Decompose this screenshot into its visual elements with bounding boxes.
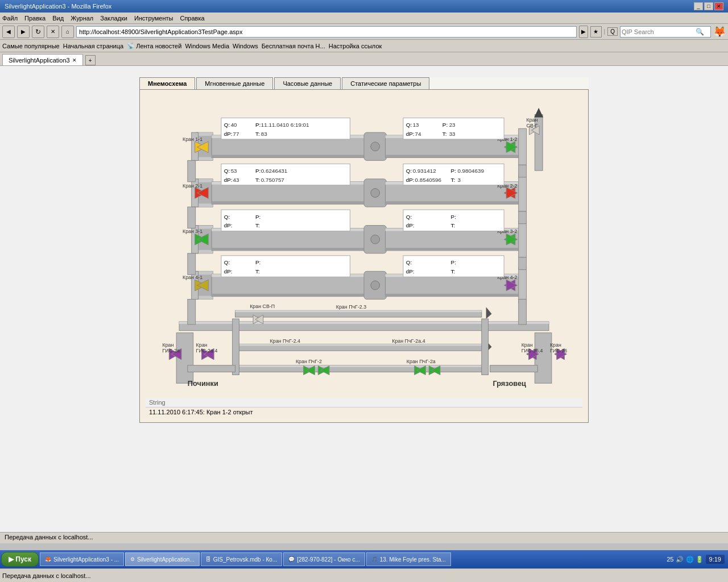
taskbar: ▶ Пуск 🦊 SilverlightApplication3 - ... ⚙… bbox=[0, 550, 728, 568]
browser-tab[interactable]: SilverlightApplication3 ✕ bbox=[2, 54, 83, 65]
svg-rect-50 bbox=[385, 294, 519, 297]
tab-instant-data[interactable]: Мгновенные данные bbox=[196, 77, 273, 89]
bookmark-popular[interactable]: Самые популярные bbox=[2, 43, 60, 49]
taskbar-item-2[interactable]: 🗄 GIS_Petrovsk.mdb - Ко... bbox=[201, 552, 283, 566]
svg-text:Кран: Кран bbox=[550, 342, 561, 348]
svg-text:P:: P: bbox=[451, 168, 456, 174]
taskbar-item-3[interactable]: 💬 [282-970-822] - Окно с... bbox=[283, 552, 365, 566]
menu-file[interactable]: Файл bbox=[2, 15, 18, 22]
svg-text:Кран: Кран bbox=[522, 342, 533, 348]
home-button[interactable]: ⌂ bbox=[61, 26, 74, 38]
start-button[interactable]: ▶ Пуск bbox=[1, 552, 39, 567]
refresh-button[interactable]: ↻ bbox=[32, 26, 44, 38]
tray-num: 25 bbox=[667, 556, 673, 563]
svg-text:T:: T: bbox=[255, 223, 260, 229]
svg-text:Кран ПчГ-2: Кран ПчГ-2 bbox=[296, 359, 322, 364]
bookmark-windows[interactable]: Windows bbox=[233, 43, 258, 49]
taskbar-item-4[interactable]: 🎵 13. Mike Foyle pres. Sta... bbox=[366, 552, 451, 566]
svg-text:Кран ПчГ-2а.4: Кран ПчГ-2а.4 bbox=[392, 338, 425, 344]
svg-rect-57 bbox=[519, 211, 527, 224]
transfer-text: Передача данных с localhost... bbox=[5, 534, 93, 541]
log-entry: 11.11.2010 6:17:45: Кран 1-2 открыт bbox=[146, 408, 582, 417]
bookmark-links[interactable]: Настройка ссылок bbox=[329, 43, 382, 49]
bookmark-mail[interactable]: Бесплатная почта Н... bbox=[262, 43, 325, 49]
menu-tools[interactable]: Инструменты bbox=[134, 15, 173, 22]
diagram-area: Кран 1-1 Кран 2-1 Кран 3-1 Кран 4-1 Кран… bbox=[139, 90, 589, 423]
svg-text:Q:: Q: bbox=[224, 122, 230, 128]
new-tab-button[interactable]: + bbox=[85, 55, 96, 65]
address-input[interactable] bbox=[76, 26, 577, 38]
go-button[interactable]: ▶ bbox=[579, 26, 588, 38]
svg-text:СВ-Г: СВ-Г bbox=[527, 123, 538, 128]
svg-rect-39 bbox=[519, 221, 527, 257]
tab-static-params[interactable]: Статические параметры bbox=[342, 77, 429, 89]
svg-text:dP:: dP: bbox=[224, 131, 233, 137]
svg-text:53: 53 bbox=[231, 168, 237, 174]
minimize-button[interactable]: _ bbox=[694, 2, 703, 10]
svg-text:dP:: dP: bbox=[406, 223, 415, 229]
app-tabs: Мнемосхема Мгновенные данные Часовые дан… bbox=[139, 77, 589, 90]
svg-rect-141 bbox=[221, 118, 350, 139]
toolbar: ◀ ▶ ↻ ✕ ⌂ ▶ ★ | Q 🔍 🦊 bbox=[0, 24, 728, 40]
svg-text:ГИС-2а: ГИС-2а bbox=[163, 348, 180, 354]
svg-text:Кран: Кран bbox=[163, 342, 174, 348]
svg-text:83: 83 bbox=[261, 131, 267, 137]
svg-point-34 bbox=[371, 235, 380, 244]
browser-content: Мнемосхема Мгновенные данные Часовые дан… bbox=[0, 66, 728, 532]
svg-text:77: 77 bbox=[233, 131, 239, 137]
star-icon: ★ bbox=[590, 26, 602, 38]
menu-view[interactable]: Вид bbox=[52, 15, 64, 22]
tab-bar: SilverlightApplication3 ✕ + bbox=[0, 52, 728, 66]
window-controls: _ □ ✕ bbox=[694, 2, 723, 10]
svg-rect-69 bbox=[235, 344, 482, 346]
tab-mnemosxema[interactable]: Мнемосхема bbox=[139, 77, 195, 89]
svg-text:33: 33 bbox=[449, 131, 456, 137]
svg-text:0.8540596: 0.8540596 bbox=[415, 177, 442, 183]
transfer-status: Передача данных с localhost... bbox=[0, 532, 728, 543]
svg-text:dP:: dP: bbox=[224, 268, 233, 275]
bookmark-home[interactable]: Начальная страница bbox=[63, 43, 123, 49]
taskbar-label-0: SilverlightApplication3 - ... bbox=[53, 556, 119, 563]
menu-bookmarks[interactable]: Закладки bbox=[100, 15, 127, 22]
diagram-svg: Кран 1-1 Кран 2-1 Кран 3-1 Кран 4-1 Кран… bbox=[146, 95, 582, 397]
search-input[interactable] bbox=[622, 28, 696, 35]
svg-text:P:: P: bbox=[255, 214, 260, 220]
qip-icon: Q bbox=[607, 27, 618, 36]
svg-rect-159 bbox=[221, 164, 350, 185]
svg-rect-37 bbox=[385, 248, 519, 251]
svg-text:P:: P: bbox=[451, 214, 456, 220]
stop-button[interactable]: ✕ bbox=[47, 26, 59, 38]
svg-text:T:: T: bbox=[255, 131, 260, 137]
maximize-button[interactable]: □ bbox=[704, 2, 713, 10]
svg-rect-64 bbox=[519, 300, 527, 325]
svg-text:Q:: Q: bbox=[224, 259, 230, 265]
svg-text:P:: P: bbox=[255, 259, 260, 265]
svg-text:dP:: dP: bbox=[224, 177, 233, 183]
svg-rect-52 bbox=[519, 267, 527, 303]
forward-button[interactable]: ▶ bbox=[17, 26, 30, 38]
svg-rect-187 bbox=[221, 256, 350, 277]
menu-help[interactable]: Справка bbox=[180, 15, 204, 22]
svg-text:Грязовец: Грязовец bbox=[493, 379, 526, 388]
taskbar-item-1[interactable]: ⚙ SilverlightApplication... bbox=[125, 552, 200, 566]
tab-hourly-data[interactable]: Часовые данные bbox=[274, 77, 341, 89]
svg-text:P:: P: bbox=[451, 259, 456, 265]
svg-rect-77 bbox=[535, 333, 552, 384]
close-button[interactable]: ✕ bbox=[714, 2, 723, 10]
svg-rect-32 bbox=[212, 248, 374, 251]
svg-text:P:: P: bbox=[255, 122, 260, 128]
menu-edit[interactable]: Правка bbox=[24, 15, 46, 22]
tab-close-icon[interactable]: ✕ bbox=[72, 57, 77, 63]
taskbar-item-0[interactable]: 🦊 SilverlightApplication3 - ... bbox=[40, 552, 124, 566]
bookmark-media[interactable]: Windows Media bbox=[185, 43, 229, 49]
back-button[interactable]: ◀ bbox=[2, 26, 15, 38]
svg-rect-55 bbox=[188, 253, 196, 275]
svg-text:Q:: Q: bbox=[224, 214, 230, 220]
svg-text:T:: T: bbox=[451, 268, 456, 275]
bookmark-news[interactable]: 📡 Лента новостей bbox=[127, 42, 181, 49]
search-icon[interactable]: 🔍 bbox=[696, 28, 704, 36]
menu-journal[interactable]: Журнал bbox=[71, 15, 93, 22]
svg-text:T:: T: bbox=[442, 131, 447, 137]
svg-text:Кран 4-1: Кран 4-1 bbox=[183, 275, 202, 280]
svg-rect-66 bbox=[235, 310, 482, 312]
